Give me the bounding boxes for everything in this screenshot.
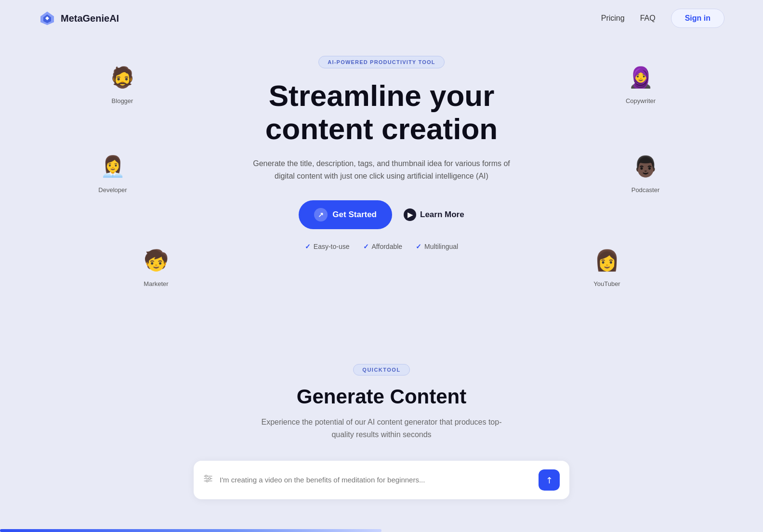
sliders-icon — [203, 474, 213, 486]
youtuber-label: YouTuber — [593, 280, 620, 287]
feature-multilingual-label: Multilingual — [424, 243, 458, 250]
get-started-label: Get Started — [332, 210, 377, 220]
nav-pricing[interactable]: Pricing — [601, 14, 625, 23]
section-title: Generate Content — [297, 385, 466, 408]
feature-easy-label: Easy-to-use — [314, 243, 350, 250]
svg-point-5 — [205, 475, 207, 477]
nav-faq[interactable]: FAQ — [640, 14, 656, 23]
nav-links: Pricing FAQ Sign in — [601, 9, 724, 28]
hero-buttons: ↗ Get Started ▶ Learn More — [299, 200, 464, 229]
hero-description: Generate the title, description, tags, a… — [247, 157, 516, 183]
learn-more-play-icon: ▶ — [404, 208, 416, 221]
blogger-label: Blogger — [112, 97, 133, 104]
avatar-developer: 👩‍💼 Developer — [96, 150, 129, 194]
logo[interactable]: MetaGenieAI — [39, 10, 119, 27]
podcaster-avatar-img: 👨🏿 — [629, 150, 662, 182]
copywriter-avatar-img: 🧕 — [624, 61, 657, 93]
quicktool-badge: QUICKTOOL — [353, 364, 409, 376]
hero-section: 🧔 Blogger 👩‍💼 Developer 🧒 Marketer 🧕 Cop… — [0, 37, 763, 335]
learn-more-label: Learn More — [420, 210, 464, 220]
avatar-podcaster: 👨🏿 Podcaster — [629, 150, 662, 194]
avatar-copywriter: 🧕 Copywriter — [624, 61, 657, 104]
feature-multilingual: ✓ Multilingual — [416, 243, 458, 250]
submit-arrow-icon: ↗ — [543, 474, 555, 486]
check-icon-1: ✓ — [305, 243, 311, 250]
svg-point-7 — [209, 478, 210, 480]
get-started-button[interactable]: ↗ Get Started — [299, 200, 392, 229]
content-input-bar: ↗ — [194, 461, 569, 499]
logo-icon — [39, 10, 56, 27]
hero-features: ✓ Easy-to-use ✓ Affordable ✓ Multilingua… — [305, 243, 458, 250]
hero-badge: AI-POWERED PRODUCTIVITY TOOL — [318, 56, 444, 68]
feature-affordable-label: Affordable — [372, 243, 403, 250]
avatar-marketer: 🧒 Marketer — [140, 244, 172, 287]
learn-more-button[interactable]: ▶ Learn More — [404, 208, 464, 221]
nav-signin[interactable]: Sign in — [671, 9, 724, 28]
svg-point-9 — [206, 480, 208, 482]
brand-name: MetaGenieAI — [61, 13, 119, 24]
generate-content-section: QUICKTOOL Generate Content Experience th… — [0, 335, 763, 532]
hero-title: Streamline your content creation — [265, 79, 498, 146]
progress-bar — [0, 529, 382, 532]
feature-easy: ✓ Easy-to-use — [305, 243, 350, 250]
marketer-avatar-img: 🧒 — [140, 244, 172, 276]
avatar-youtuber: 👩 YouTuber — [591, 244, 623, 287]
check-icon-2: ✓ — [363, 243, 369, 250]
avatar-blogger: 🧔 Blogger — [106, 61, 139, 104]
podcaster-label: Podcaster — [631, 186, 660, 194]
developer-label: Developer — [98, 186, 127, 194]
get-started-arrow-icon: ↗ — [314, 208, 328, 221]
input-submit-button[interactable]: ↗ — [539, 469, 560, 491]
blogger-avatar-img: 🧔 — [106, 61, 139, 93]
marketer-label: Marketer — [144, 280, 168, 287]
copywriter-label: Copywriter — [626, 97, 656, 104]
developer-avatar-img: 👩‍💼 — [96, 150, 129, 182]
feature-affordable: ✓ Affordable — [363, 243, 403, 250]
youtuber-avatar-img: 👩 — [591, 244, 623, 276]
content-input[interactable] — [220, 476, 532, 484]
section-description: Experience the potential of our AI conte… — [256, 416, 507, 441]
check-icon-3: ✓ — [416, 243, 421, 250]
